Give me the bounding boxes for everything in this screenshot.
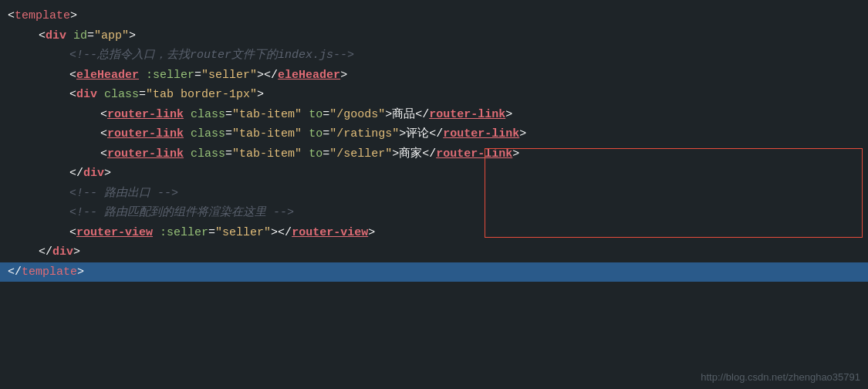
line-div-close2: </div> bbox=[31, 242, 868, 262]
line-template-open: <template> bbox=[0, 6, 868, 26]
line-router-view: <router-view :seller="seller"></router-v… bbox=[62, 223, 868, 243]
line-comment-3: <!-- 路由匹配到的组件将渲染在这里 --> bbox=[62, 203, 868, 223]
bracket: < bbox=[8, 6, 15, 26]
watermark: http://blog.csdn.net/zhenghao35791 bbox=[701, 371, 860, 383]
line-router-seller: <router-link class="tab-item" to="/selle… bbox=[93, 144, 868, 164]
line-comment-2: <!-- 路由出口 --> bbox=[62, 184, 868, 204]
line-eleheader: <eleHeader :seller="seller"></eleHeader> bbox=[62, 66, 868, 86]
line-div-tab: <div class="tab border-1px"> bbox=[62, 85, 868, 105]
line-template-close: </template> bbox=[0, 262, 868, 282]
line-div-close: </div> bbox=[62, 164, 868, 184]
line-comment-1: <!--总指令入口，去找router文件下的index.js--> bbox=[62, 46, 868, 66]
tag-template: template bbox=[15, 6, 70, 26]
bracket: > bbox=[70, 6, 77, 26]
line-div-app: <div id="app"> bbox=[31, 26, 868, 46]
code-editor: <template> <div id="app"> <!--总指令入口，去找ro… bbox=[0, 0, 868, 288]
line-router-goods: <router-link class="tab-item" to="/goods… bbox=[93, 105, 868, 125]
line-router-ratings: <router-link class="tab-item" to="/ratin… bbox=[93, 124, 868, 144]
